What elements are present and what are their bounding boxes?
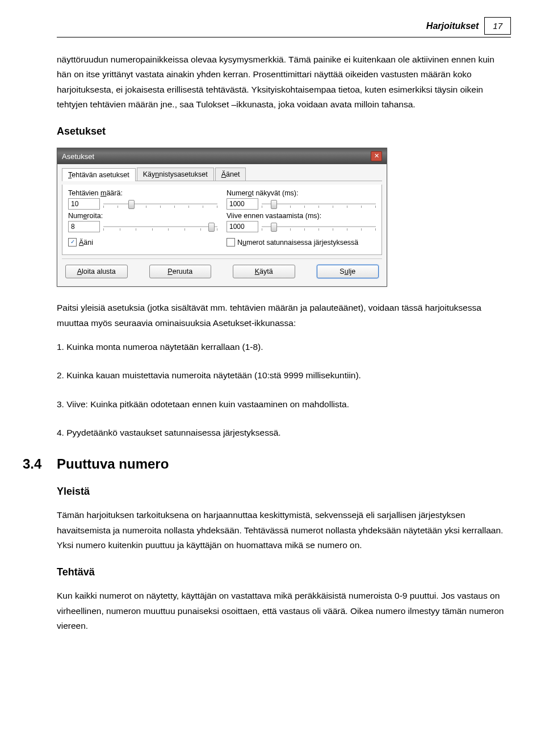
body-paragraph-1: näyttöruudun numeropainikkeissa olevaa k… [57, 52, 511, 112]
slider-answer-delay[interactable] [262, 223, 376, 231]
heading-yleista: Yleistä [57, 486, 511, 498]
label-numbers-visible: Numerot näkyvät (ms): [227, 189, 376, 197]
close-button[interactable]: Sulje [317, 265, 379, 278]
section-number: 3.4 [23, 456, 57, 472]
page-header: Harjoitukset 17 [57, 17, 511, 37]
list-item-3: 3. Viive: Kuinka pitkään odotetaan ennen… [57, 397, 511, 412]
list-item-2: 2. Kuinka kauan muistettavia numeroita n… [57, 368, 511, 383]
label-answer-delay: Viive ennen vastaamista (ms): [227, 212, 376, 220]
label-task-count: Tehtävien määrä: [68, 189, 217, 197]
dialog-title: Asetukset [62, 152, 94, 161]
body-paragraph-2: Paitsi yleisiä asetuksia (jotka sisältäv… [57, 300, 511, 331]
value-numbers-visible[interactable]: 1000 [227, 198, 258, 210]
slider-digit-count[interactable] [103, 223, 217, 231]
list-item-4: 4. Pyydetäänkö vastaukset satunnaisessa … [57, 425, 511, 440]
tab-content: Tehtävien määrä: 10 Numerot näkyvät (ms)… [62, 185, 382, 255]
close-icon[interactable]: ✕ [371, 151, 382, 161]
slider-numbers-visible[interactable] [262, 200, 376, 208]
body-paragraph-4: Kun kaikki numerot on näytetty, käyttäjä… [57, 588, 511, 633]
dialog-titlebar[interactable]: Asetukset ✕ [57, 148, 387, 164]
checkbox-sound[interactable]: ✓ [68, 238, 77, 247]
label-sound: Ääni [79, 239, 93, 247]
tab-startup-settings[interactable]: Käynnistysasetukset [137, 168, 214, 181]
header-title: Harjoitukset [426, 21, 479, 31]
slider-task-count[interactable] [103, 200, 217, 208]
heading-asetukset: Asetukset [57, 126, 511, 137]
section-heading-row: 3.4 Puuttuva numero [23, 456, 511, 472]
dialog-tabs: Tehtävän asetukset Käynnistysasetukset Ä… [62, 168, 382, 181]
tab-task-settings[interactable]: Tehtävän asetukset [62, 168, 136, 181]
checkbox-random-order[interactable] [227, 238, 235, 247]
label-digit-count: Numeroita: [68, 212, 217, 220]
restart-button[interactable]: Aloita alusta [65, 265, 128, 278]
value-digit-count[interactable]: 8 [68, 221, 100, 232]
section-title: Puuttuva numero [57, 456, 169, 472]
body-paragraph-3: Tämän harjoituksen tarkoituksena on harj… [57, 508, 511, 553]
value-task-count[interactable]: 10 [68, 198, 100, 210]
label-random-order: Numerot satunnaisessa järjestyksessä [237, 239, 358, 247]
page-number: 17 [484, 17, 511, 35]
value-answer-delay[interactable]: 1000 [227, 221, 258, 232]
cancel-button[interactable]: Peruuta [149, 265, 212, 278]
asetukset-dialog: Asetukset ✕ Tehtävän asetukset Käynnisty… [57, 148, 387, 287]
list-item-1: 1. Kuinka monta numeroa näytetään kerral… [57, 340, 511, 354]
heading-tehtava: Tehtävä [57, 566, 511, 578]
apply-button[interactable]: Käytä [233, 265, 295, 278]
tab-sounds[interactable]: Äänet [215, 168, 246, 181]
dialog-button-row: Aloita alusta Peruuta Käytä Sulje [62, 258, 382, 281]
